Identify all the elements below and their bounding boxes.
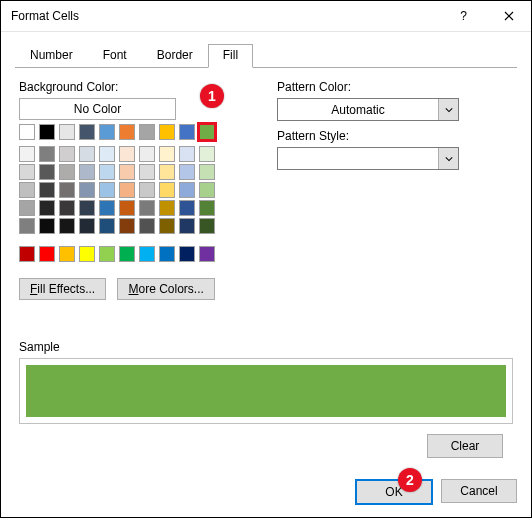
color-swatch[interactable] [119, 146, 135, 162]
color-swatch[interactable] [99, 218, 115, 234]
color-swatch[interactable] [79, 246, 95, 262]
more-colors-button[interactable]: More Colors... [117, 278, 214, 300]
cancel-button[interactable]: Cancel [441, 479, 517, 503]
color-swatch[interactable] [179, 146, 195, 162]
color-swatch[interactable] [99, 200, 115, 216]
color-swatch-selected[interactable] [199, 124, 215, 140]
pattern-style-combo[interactable] [277, 147, 459, 170]
color-swatch[interactable] [99, 164, 115, 180]
color-swatch[interactable] [79, 218, 95, 234]
color-swatch[interactable] [139, 146, 155, 162]
color-swatch[interactable] [159, 124, 175, 140]
tab-font[interactable]: Font [88, 44, 142, 67]
color-swatch[interactable] [159, 182, 175, 198]
color-swatch[interactable] [179, 164, 195, 180]
color-swatch[interactable] [39, 182, 55, 198]
color-swatch[interactable] [199, 146, 215, 162]
color-swatch[interactable] [79, 164, 95, 180]
color-swatch[interactable] [59, 200, 75, 216]
pattern-style-label: Pattern Style: [277, 129, 487, 143]
no-color-button[interactable]: No Color [19, 98, 176, 120]
color-swatch[interactable] [79, 200, 95, 216]
color-swatch[interactable] [119, 182, 135, 198]
color-swatch[interactable] [59, 124, 75, 140]
color-swatch[interactable] [199, 200, 215, 216]
color-swatch[interactable] [179, 200, 195, 216]
color-swatch[interactable] [159, 218, 175, 234]
color-swatch[interactable] [99, 182, 115, 198]
clear-row: Clear [15, 424, 517, 458]
color-swatch[interactable] [59, 164, 75, 180]
color-swatch[interactable] [159, 164, 175, 180]
fill-effects-button[interactable]: Fill Effects... [19, 278, 106, 300]
color-swatch[interactable] [119, 124, 135, 140]
color-swatch[interactable] [139, 246, 155, 262]
color-swatch[interactable] [39, 146, 55, 162]
theme-tint-grid [19, 146, 239, 236]
color-swatch[interactable] [19, 246, 35, 262]
color-swatch[interactable] [119, 164, 135, 180]
pattern-color-combo[interactable]: Automatic [277, 98, 459, 121]
tab-number[interactable]: Number [15, 44, 88, 67]
sample-fill [26, 365, 506, 417]
color-swatch[interactable] [99, 146, 115, 162]
dialog-footer: OK Cancel [1, 473, 531, 517]
chevron-down-icon[interactable] [438, 148, 458, 169]
color-swatch[interactable] [99, 124, 115, 140]
pattern-color-label: Pattern Color: [277, 80, 487, 94]
color-swatch[interactable] [39, 164, 55, 180]
color-swatch[interactable] [79, 182, 95, 198]
color-swatch[interactable] [59, 218, 75, 234]
color-swatch[interactable] [99, 246, 115, 262]
pattern-style-value [278, 148, 438, 169]
tab-fill[interactable]: Fill [208, 44, 253, 68]
color-swatch[interactable] [179, 124, 195, 140]
color-swatch[interactable] [39, 218, 55, 234]
color-swatch[interactable] [39, 200, 55, 216]
format-cells-dialog: Format Cells ? Number Font Border Fill B… [0, 0, 532, 518]
color-swatch[interactable] [19, 146, 35, 162]
color-swatch[interactable] [159, 146, 175, 162]
color-swatch[interactable] [19, 124, 35, 140]
color-swatch[interactable] [119, 218, 135, 234]
color-swatch[interactable] [39, 124, 55, 140]
color-swatch[interactable] [139, 182, 155, 198]
tab-border[interactable]: Border [142, 44, 208, 67]
color-swatch[interactable] [179, 182, 195, 198]
color-swatch[interactable] [39, 246, 55, 262]
color-swatch[interactable] [139, 218, 155, 234]
standard-colors-row [19, 246, 239, 262]
color-swatch[interactable] [199, 246, 215, 262]
color-swatch[interactable] [199, 164, 215, 180]
color-swatch[interactable] [79, 146, 95, 162]
color-swatch[interactable] [59, 146, 75, 162]
color-swatch[interactable] [19, 182, 35, 198]
chevron-down-icon[interactable] [438, 99, 458, 120]
color-swatch[interactable] [199, 218, 215, 234]
sample-box [19, 358, 513, 424]
color-swatch[interactable] [19, 218, 35, 234]
color-swatch[interactable] [179, 246, 195, 262]
color-swatch[interactable] [19, 200, 35, 216]
window-title: Format Cells [11, 9, 441, 23]
color-swatch[interactable] [119, 246, 135, 262]
color-swatch[interactable] [19, 164, 35, 180]
annotation-marker-1: 1 [200, 84, 224, 108]
color-swatch[interactable] [59, 246, 75, 262]
tabstrip: Number Font Border Fill [15, 44, 517, 68]
color-swatch[interactable] [119, 200, 135, 216]
color-swatch[interactable] [159, 246, 175, 262]
color-swatch[interactable] [159, 200, 175, 216]
close-button[interactable] [486, 1, 531, 31]
help-button[interactable]: ? [441, 1, 486, 31]
color-swatch[interactable] [139, 124, 155, 140]
pattern-color-value: Automatic [278, 99, 438, 120]
clear-button[interactable]: Clear [427, 434, 503, 458]
color-swatch[interactable] [199, 182, 215, 198]
color-swatch[interactable] [139, 164, 155, 180]
color-swatch[interactable] [139, 200, 155, 216]
color-swatch[interactable] [59, 182, 75, 198]
color-swatch[interactable] [179, 218, 195, 234]
theme-colors-row [19, 124, 239, 140]
color-swatch[interactable] [79, 124, 95, 140]
